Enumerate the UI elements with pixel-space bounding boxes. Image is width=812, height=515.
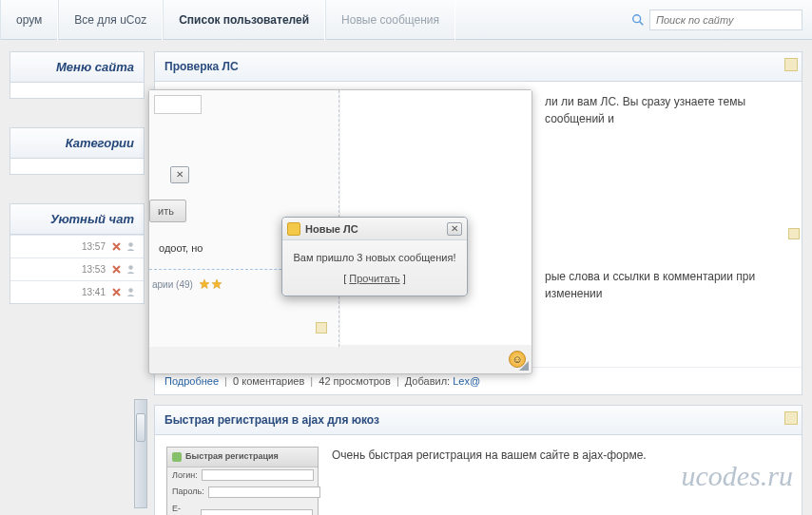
chat-scrollbar[interactable]: [134, 399, 147, 508]
sidebar-chat-title: Уютный чат: [10, 204, 144, 235]
email-input[interactable]: [201, 509, 313, 515]
post-title: Быстрая регистрация в ajax для юкоз: [155, 406, 802, 435]
dialog-message: Вам пришло 3 новых сообщения!: [290, 252, 459, 263]
delete-icon[interactable]: [111, 264, 122, 275]
search-input[interactable]: [649, 10, 802, 30]
dialog-titlebar[interactable]: Новые ЛС ✕: [282, 218, 467, 240]
read-link[interactable]: Прочитать: [349, 273, 399, 284]
message-icon: [287, 222, 300, 236]
chat-row[interactable]: 13:53: [10, 258, 144, 280]
nav-forum[interactable]: орум: [0, 0, 58, 40]
post-text-fragment: рые слова и ссылки в комментарии при изм…: [545, 268, 792, 302]
top-navbar: орум Все для uCoz Список пользователей Н…: [0, 0, 812, 40]
collapse-icon[interactable]: [316, 322, 327, 334]
read-more-link[interactable]: Подробнее: [164, 375, 219, 387]
chat-time: 13:53: [82, 264, 106, 275]
search-icon: [631, 13, 645, 27]
login-label: Логин:: [172, 469, 198, 483]
chat-row[interactable]: 13:57: [10, 235, 144, 258]
quick-reg-form-preview: Быстрая регистрация Логин: Пароль: E-mai…: [166, 447, 319, 515]
preview-thumb: [154, 95, 202, 114]
form-icon: [172, 452, 182, 462]
post-quick-reg: Быстрая регистрация в ajax для юкоз Быст…: [154, 405, 802, 515]
submit-button[interactable]: ить: [149, 200, 186, 222]
comments-count: 0 коментариев: [233, 375, 304, 387]
nav-ucoz[interactable]: Все для uCoz: [58, 0, 163, 40]
user-icon: [126, 241, 136, 252]
sidebar-categories-title: Категории: [10, 128, 144, 159]
close-icon[interactable]: ✕: [170, 166, 189, 183]
sidebar-menu-title: Меню сайта: [10, 52, 144, 83]
nav-new-messages[interactable]: Новые сообщения: [325, 0, 455, 40]
svg-point-0: [633, 14, 641, 22]
overlay-text-fragment: одоот, но: [159, 242, 203, 254]
sidebar-menu-block: Меню сайта: [10, 51, 145, 99]
search-container: [622, 10, 812, 30]
nav-users[interactable]: Список пользователей: [163, 0, 325, 40]
views-count: 42 просмотров: [319, 375, 391, 387]
post-title: Проверка ЛС: [155, 52, 802, 82]
password-input[interactable]: [208, 486, 320, 498]
collapse-icon[interactable]: [784, 411, 798, 425]
login-input[interactable]: [202, 469, 314, 481]
resize-handle[interactable]: [517, 359, 529, 371]
email-label: E-mail:: [172, 503, 197, 516]
new-pm-dialog: Новые ЛС ✕ Вам пришло 3 новых сообщения!…: [281, 217, 468, 296]
user-icon: [126, 264, 136, 275]
form-title: Быстрая регистрация: [185, 450, 279, 464]
collapse-icon[interactable]: [784, 58, 798, 71]
chat-time: 13:41: [82, 287, 106, 297]
chat-time: 13:57: [82, 241, 106, 252]
sidebar-categories-block: Категории: [10, 127, 145, 175]
svg-line-1: [640, 21, 644, 25]
delete-icon[interactable]: [111, 287, 122, 297]
added-by-label: Добавил:: [405, 375, 450, 387]
post-text-fragment: ли ли вам ЛС. Вы сразу узнаете темы сооб…: [545, 93, 792, 127]
delete-icon[interactable]: [111, 241, 122, 252]
dialog-title: Новые ЛС: [305, 223, 447, 235]
svg-point-3: [128, 265, 133, 270]
overlay-meta: арии (49): [152, 279, 193, 290]
scrollbar-thumb[interactable]: [136, 413, 145, 442]
sidebar-chat-block: Уютный чат 13:57 13:53 13:41: [10, 203, 145, 304]
user-icon: [126, 287, 136, 297]
post-text: Очень быстрая регистрация на вашем сайте…: [332, 447, 790, 464]
svg-point-2: [128, 242, 133, 247]
chat-row[interactable]: 13:41: [10, 280, 144, 303]
close-icon[interactable]: ✕: [447, 222, 462, 236]
svg-point-4: [128, 288, 133, 293]
rating-stars[interactable]: [199, 278, 222, 290]
collapse-icon[interactable]: [788, 228, 800, 239]
password-label: Пароль:: [172, 486, 204, 499]
author-link[interactable]: Lex@: [453, 375, 480, 387]
